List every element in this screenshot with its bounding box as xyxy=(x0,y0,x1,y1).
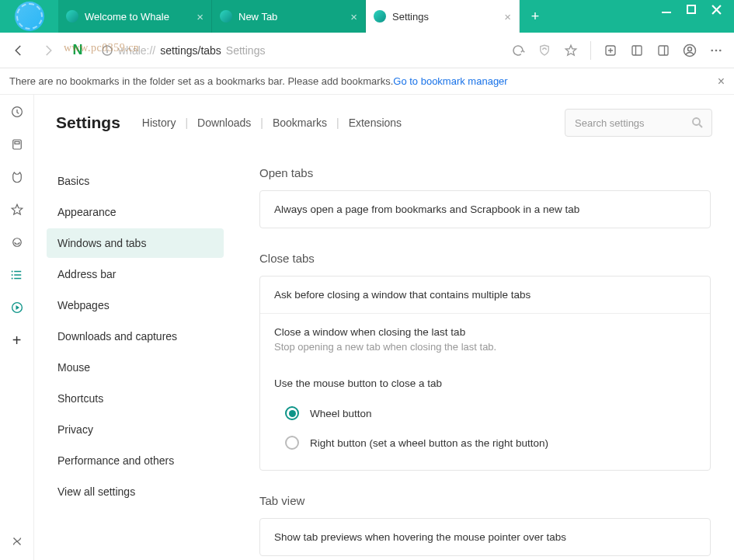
close-tab-icon[interactable]: × xyxy=(197,10,204,23)
bookmark-star-icon[interactable] xyxy=(561,40,581,61)
address-bar[interactable]: whale://settings/tabs Settings xyxy=(96,44,500,57)
shield-icon[interactable] xyxy=(534,40,555,61)
browser-tabs: Welcome to Whale × New Tab × Settings × … xyxy=(58,0,649,33)
section-open-tabs: Open tabs Always open a page from bookma… xyxy=(259,166,711,228)
panel-play-icon[interactable] xyxy=(8,298,26,317)
svg-rect-3 xyxy=(106,49,107,53)
panel-belly-icon[interactable] xyxy=(8,233,26,252)
toolbar: N whale://settings/tabs Settings xyxy=(0,33,734,68)
app-logo-icon xyxy=(15,2,44,31)
tab-label: New Tab xyxy=(238,11,277,23)
new-tab-button[interactable]: + xyxy=(520,0,551,33)
close-tab-icon[interactable]: × xyxy=(350,10,357,23)
settings-body: Basics Appearance Windows and tabs Addre… xyxy=(34,151,734,560)
panel-scrapbook-icon[interactable] xyxy=(8,135,26,154)
home-button[interactable]: N xyxy=(67,40,89,61)
app-logo-area xyxy=(0,0,58,33)
panel-cat-icon[interactable] xyxy=(8,168,26,186)
svg-rect-4 xyxy=(106,47,107,48)
nav-bookmarks[interactable]: Bookmarks xyxy=(273,117,327,129)
site-info-icon[interactable] xyxy=(101,44,113,57)
close-bookmarks-bar-icon[interactable]: × xyxy=(718,75,725,89)
setting-sublabel: Stop opening a new tab when closing the … xyxy=(274,341,696,353)
radio-option-wheel[interactable]: Wheel button xyxy=(285,398,696,428)
setting-label: Show tab previews when hovering the mous… xyxy=(274,531,566,543)
section-tab-view: Tab view Show tab previews when hovering… xyxy=(259,494,711,556)
svg-point-12 xyxy=(711,49,713,51)
settings-content: Settings History| Downloads| Bookmarks| … xyxy=(34,95,734,560)
toolbar-divider xyxy=(590,41,591,60)
setting-row[interactable]: Ask before closing a window that contain… xyxy=(260,277,710,313)
more-menu-icon[interactable] xyxy=(706,40,726,61)
side-item-privacy[interactable]: Privacy xyxy=(47,415,224,444)
section-heading: Close tabs xyxy=(259,252,711,265)
settings-top-nav: History| Downloads| Bookmarks| Extension… xyxy=(142,117,402,129)
side-item-view-all[interactable]: View all settings xyxy=(47,477,224,506)
browser-tab[interactable]: Welcome to Whale × xyxy=(58,0,212,33)
settings-main: Open tabs Always open a page from bookma… xyxy=(236,158,734,560)
panel-star-icon[interactable] xyxy=(8,200,26,219)
panel-icon[interactable] xyxy=(653,40,673,61)
panel-add-icon[interactable]: + xyxy=(8,331,26,350)
setting-label: Always open a page from bookmarks and Sc… xyxy=(274,203,579,215)
nav-downloads[interactable]: Downloads xyxy=(197,117,251,129)
svg-point-18 xyxy=(12,238,21,247)
setting-row[interactable]: Show tab previews when hovering the mous… xyxy=(260,519,710,555)
search-icon xyxy=(691,116,704,130)
svg-rect-8 xyxy=(659,46,668,55)
svg-point-14 xyxy=(719,49,722,51)
settings-card: Always open a page from bookmarks and Sc… xyxy=(259,190,711,228)
profile-icon[interactable] xyxy=(680,40,700,61)
setting-row[interactable]: Always open a page from bookmarks and Sc… xyxy=(260,191,710,228)
setting-label: Use the mouse button to close a tab xyxy=(274,377,442,389)
whale-favicon-icon xyxy=(66,10,78,23)
settings-side-nav: Basics Appearance Windows and tabs Addre… xyxy=(34,158,236,560)
titlebar: Welcome to Whale × New Tab × Settings × … xyxy=(0,0,734,33)
sidebar-toggle-icon[interactable] xyxy=(627,40,647,61)
side-item-basics[interactable]: Basics xyxy=(47,166,224,196)
section-heading: Tab view xyxy=(259,494,711,507)
panel-extensions-icon[interactable] xyxy=(8,532,26,551)
nav-extensions[interactable]: Extensions xyxy=(349,117,402,129)
back-button[interactable] xyxy=(8,40,30,61)
side-item-appearance[interactable]: Appearance xyxy=(47,197,224,227)
side-item-downloads-captures[interactable]: Downloads and captures xyxy=(47,322,224,351)
maximize-button[interactable] xyxy=(687,5,696,14)
panel-list-icon[interactable] xyxy=(8,266,26,284)
side-item-performance[interactable]: Performance and others xyxy=(47,446,224,475)
settings-header: Settings History| Downloads| Bookmarks| … xyxy=(34,95,734,151)
svg-rect-6 xyxy=(632,46,642,55)
radio-group-close-tab-mouse: Wheel button Right button (set a wheel b… xyxy=(260,391,710,470)
forward-button[interactable] xyxy=(37,40,59,61)
svg-rect-17 xyxy=(15,141,19,144)
svg-point-11 xyxy=(688,47,692,50)
bookmark-manager-link[interactable]: Go to bookmark manager xyxy=(393,75,507,87)
window-controls xyxy=(649,0,734,33)
reload-button[interactable] xyxy=(508,40,528,61)
side-item-mouse[interactable]: Mouse xyxy=(47,353,224,382)
close-tab-icon[interactable]: × xyxy=(504,10,511,23)
side-item-address-bar[interactable]: Address bar xyxy=(47,259,224,289)
radio-label: Wheel button xyxy=(310,408,372,419)
tab-label: Settings xyxy=(392,11,429,23)
setting-label: Close a window when closing the last tab xyxy=(274,326,696,338)
settings-card: Ask before closing a window that contain… xyxy=(259,276,711,471)
setting-row[interactable]: Close a window when closing the last tab… xyxy=(260,313,710,365)
side-item-shortcuts[interactable]: Shortcuts xyxy=(47,384,224,413)
browser-tab[interactable]: New Tab × xyxy=(212,0,366,33)
close-window-button[interactable] xyxy=(711,5,722,15)
side-panel: + xyxy=(0,95,34,560)
url-suffix: Settings xyxy=(226,44,266,57)
nav-history[interactable]: History xyxy=(142,117,176,129)
bookmarks-bar: There are no bookmarks in the folder set… xyxy=(0,68,734,95)
capture-icon[interactable] xyxy=(600,40,621,61)
panel-clock-icon[interactable] xyxy=(8,103,26,121)
bookmarks-empty-message: There are no bookmarks in the folder set… xyxy=(9,75,393,87)
minimize-button[interactable] xyxy=(662,5,671,14)
settings-search xyxy=(565,109,712,137)
browser-tab[interactable]: Settings × xyxy=(366,0,520,33)
radio-option-right[interactable]: Right button (set a wheel button as the … xyxy=(285,428,696,457)
side-item-webpages[interactable]: Webpages xyxy=(47,290,224,320)
side-item-windows-and-tabs[interactable]: Windows and tabs xyxy=(47,228,224,258)
section-heading: Open tabs xyxy=(259,166,711,179)
